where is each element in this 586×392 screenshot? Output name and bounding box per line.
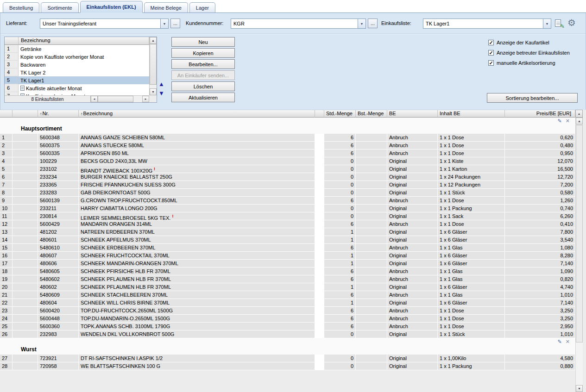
column-header-preis-be-eur[interactable]: Preis/BE [EUR] (505, 110, 575, 118)
list-item-kaufliste-aktueller-monat[interactable]: 6Kaufliste aktueller Monat (5, 84, 149, 92)
list-item-backwaren[interactable]: 3Backwaren (5, 61, 149, 68)
column-chooser-button[interactable]: ▲ (575, 110, 583, 118)
scrollbar-thumb[interactable] (150, 44, 157, 85)
scroll-down-icon[interactable]: ▼ (150, 88, 157, 95)
close-group-icon[interactable]: ✕ (566, 118, 570, 124)
table-row[interactable]: 35600335APRIKOSEN 850 ML6Anbruch1 x 1 Do… (0, 149, 575, 157)
table-row[interactable]: 4100229BECKS GOLD 24X0,33L MW0Original1 … (0, 157, 575, 165)
table-row[interactable]: 8233283GAB DREIKORNTOAST 500G0Original1 … (0, 189, 575, 197)
table-row[interactable]: 215480609SCHNEEK STACHELBEEREN 370ML6Anb… (0, 291, 575, 299)
list-item-getr-nke[interactable]: 1Getränke (5, 45, 149, 53)
checkbox-icon[interactable]: ✓ (488, 50, 494, 56)
table-row[interactable]: 5233102BRANDT ZWIEBACK 100X20G!0Original… (0, 165, 575, 173)
bearbeiten-button[interactable]: Bearbeiten... (171, 59, 235, 69)
lieferant-dropdown-icon[interactable]: ▼ (160, 19, 168, 28)
cell-std-menge[interactable]: 1 (324, 252, 356, 260)
lieferant-combobox[interactable]: Unser Trainingslieferant ▼ (40, 19, 169, 29)
cell-std-menge[interactable]: 6 (324, 275, 356, 283)
table-row[interactable]: 14480601SCHNEEK APFELMUS 370ML1Original1… (0, 236, 575, 244)
table-row[interactable]: 245600448TOP.DU-MANDARIN-O.2650ML 1500G6… (0, 315, 575, 323)
table-row[interactable]: 11230814LEIMER SEMMELBROESEL 5KG TEX.!0O… (0, 212, 575, 220)
cell-std-menge[interactable]: 6 (324, 268, 356, 275)
table-row[interactable]: 255600360TOPK.ANANAS SCHB. 3100ML 1790G6… (0, 323, 575, 330)
table-row[interactable]: 10233211HARRY CIABATTA LONGO 200G0Origin… (0, 205, 575, 212)
cell-std-menge[interactable]: 0 (324, 205, 356, 212)
list-number-column-header[interactable] (5, 37, 19, 45)
column-header-inhalt-be[interactable]: Inhalt BE (438, 110, 505, 118)
table-row[interactable]: 7233365FRISCHE PFANNKUCHEN SUESS 300G0Or… (0, 181, 575, 189)
cell-std-menge[interactable]: 0 (324, 362, 356, 370)
checkbox-icon[interactable]: ✓ (488, 60, 494, 66)
sortierung-bearbeiten-button[interactable]: Sortierung bearbeiten... (487, 93, 578, 103)
table-row[interactable]: 235600420TOP.DU-FRUCHTCOCK.2650ML 1500G6… (0, 307, 575, 315)
table-row[interactable]: 95600139G.CROWN TROP.FRUCHTCOCKT.850ML6A… (0, 197, 575, 205)
table-row[interactable]: 27723921DT RI-SAFTSCHINKEN I.ASPIK 1/20O… (0, 355, 575, 362)
cell-std-menge[interactable]: 0 (324, 212, 356, 220)
column-header-be[interactable]: BE (387, 110, 438, 118)
kopieren-button[interactable]: Kopieren (171, 48, 235, 58)
cell-std-menge[interactable]: 0 (324, 355, 356, 362)
cell-std-menge[interactable]: 0 (324, 165, 356, 173)
option-anzeige-betreuter-einkaufslisten[interactable]: ✓Anzeige betreuter Einkaufslisten (488, 48, 570, 58)
scroll-up-icon[interactable]: ▲ (576, 118, 583, 124)
scrollbar-thumb[interactable] (576, 125, 583, 342)
table-row[interactable]: 22480604SCHNEEK WILL CHRIS BIRNE 370ML1O… (0, 299, 575, 307)
cell-std-menge[interactable]: 6 (324, 244, 356, 252)
table-row[interactable]: 26232983WENDELN DKL VOLLKORNBROT 500G0Or… (0, 330, 575, 338)
table-row[interactable]: 15600348ANANAS GANZE SCHEIBEN 580ML6Anbr… (0, 134, 575, 142)
tab-meine-belege[interactable]: Meine Belege (144, 2, 188, 12)
table-row[interactable]: 28720958WE BLATTSAFTSCHINKEN 100 G0Origi… (0, 362, 575, 370)
cell-std-menge[interactable]: 6 (324, 315, 356, 323)
table-row[interactable]: 25600375ANANAS STUECKE 580ML6Anbruch1 x … (0, 142, 575, 149)
cell-std-menge[interactable]: 1 (324, 236, 356, 244)
table-row[interactable]: 6233234BURGER KNAECKE BALLASTST 250G0Ori… (0, 173, 575, 181)
cell-std-menge[interactable]: 1 (324, 283, 356, 291)
cell-std-menge[interactable]: 0 (324, 157, 356, 165)
scrollbar-track[interactable] (150, 85, 157, 88)
cell-std-menge[interactable]: 1 (324, 260, 356, 268)
move-up-icon[interactable]: ▲ (158, 81, 164, 87)
cell-std-menge[interactable]: 6 (324, 142, 356, 149)
column-header-std-menge[interactable]: Std.-Menge (324, 110, 356, 118)
edit-list-icon[interactable]: ✎ (554, 19, 564, 28)
einkaufsliste-dropdown-icon[interactable]: ▼ (543, 19, 551, 28)
scroll-down-icon[interactable]: ▼ (576, 385, 583, 392)
aktualisieren-button[interactable]: Aktualisieren (171, 93, 235, 102)
table-row[interactable]: 185480605SCHNEEK PFIRSICHE HLB FR 370ML6… (0, 268, 575, 275)
table-row[interactable]: 20480602SCHNEEK PFLAUMEN HLB FR 370ML1Or… (0, 283, 575, 291)
list-item-kopie-von-kaufliste-vorheriger-monat[interactable]: 2Kopie von Kaufliste vorheriger Monat (5, 53, 149, 61)
list-item-tk-lager1[interactable]: 5TK Lager1 (5, 76, 149, 84)
cell-std-menge[interactable]: 0 (324, 181, 356, 189)
einkaufsliste-combobox[interactable]: TK Lager1 ▼ (423, 19, 551, 29)
tab-bestellung[interactable]: Bestellung (3, 2, 39, 12)
scroll-left-icon[interactable]: ◄ (91, 96, 98, 102)
close-group-icon[interactable]: ✕ (566, 339, 570, 344)
table-vertical-scrollbar[interactable]: ▲ ▼ (575, 118, 583, 392)
tab-einkaufslisten-ekl[interactable]: Einkaufslisten (EKL) (80, 1, 143, 13)
cell-std-menge[interactable]: 6 (324, 307, 356, 315)
cell-std-menge[interactable]: 6 (324, 220, 356, 228)
table-row[interactable]: 16480607SCHNEEK FRUCHTCOCKTAIL 370ML1Ori… (0, 252, 575, 260)
cell-std-menge[interactable]: 0 (324, 173, 356, 181)
cell-std-menge[interactable]: 6 (324, 149, 356, 157)
cell-std-menge[interactable]: 0 (324, 330, 356, 338)
neu-button[interactable]: Neu (171, 37, 235, 47)
edit-group-icon[interactable]: ✎ (558, 339, 562, 344)
edit-group-icon[interactable]: ✎ (558, 118, 562, 124)
checkbox-icon[interactable]: ✓ (488, 40, 494, 45)
option-anzeige-der-kaufartikel[interactable]: ✓Anzeige der Kaufartikel (488, 37, 570, 48)
kundennummer-dropdown-icon[interactable]: ▼ (358, 19, 365, 28)
l-schen-button[interactable]: Löschen (171, 81, 235, 91)
cell-std-menge[interactable]: 6 (324, 291, 356, 299)
tab-sortimente[interactable]: Sortimente (41, 2, 78, 12)
cell-std-menge[interactable]: 1 (324, 299, 356, 307)
list-vertical-scrollbar[interactable]: ▲ ▼ (149, 37, 157, 95)
cell-std-menge[interactable]: 6 (324, 323, 356, 330)
scroll-up-icon[interactable]: ▲ (150, 37, 157, 44)
gear-icon[interactable]: ⚙ (566, 17, 577, 28)
table-row[interactable]: 125600429MANDARIN ORANGEN 314ML6Anbruch1… (0, 220, 575, 228)
cell-std-menge[interactable]: 6 (324, 197, 356, 205)
lieferant-browse-button[interactable]: ... (170, 19, 180, 28)
list-item-tk-lager-2[interactable]: 4TK Lager 2 (5, 68, 149, 76)
tab-lager[interactable]: Lager (189, 2, 215, 12)
